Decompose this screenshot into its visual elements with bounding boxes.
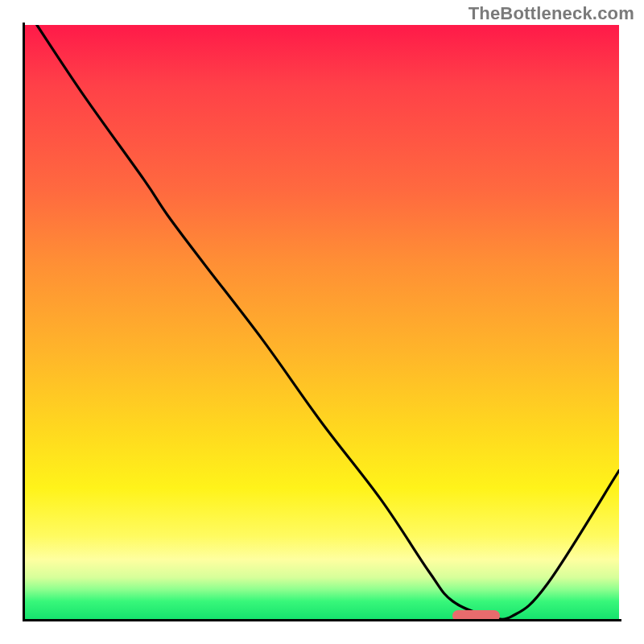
plot-area xyxy=(25,25,619,619)
watermark-text: TheBottleneck.com xyxy=(469,3,634,24)
bottleneck-curve xyxy=(25,25,619,619)
y-axis xyxy=(23,23,25,621)
optimal-range-marker xyxy=(452,610,500,619)
chart-container: TheBottleneck.com xyxy=(0,0,644,644)
x-axis xyxy=(23,619,621,621)
